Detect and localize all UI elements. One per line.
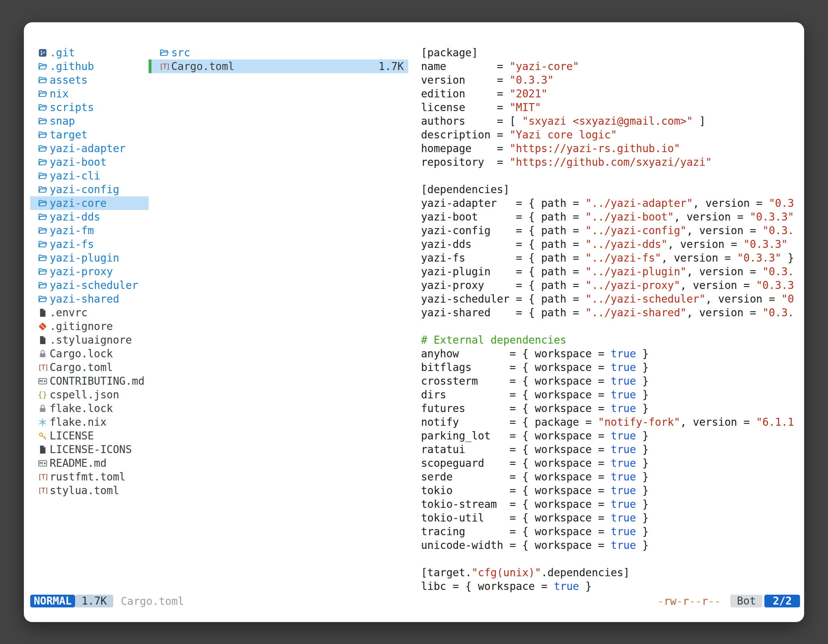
license-key-icon <box>38 431 50 441</box>
file-name: .envrc <box>50 306 88 319</box>
file-row-rustfmt.toml[interactable]: [T]rustfmt.toml <box>30 470 149 484</box>
preview-line: yazi-scheduler = { path = "../yazi-sched… <box>421 292 804 306</box>
file-row-cargo.toml[interactable]: [T]Cargo.toml1.7K <box>149 60 408 73</box>
file-row-.styluaignore[interactable]: .styluaignore <box>30 333 149 347</box>
preview-line: version = "0.3.3" <box>421 73 804 87</box>
file-name: CONTRIBUTING.md <box>50 375 144 387</box>
file-row-stylua.toml[interactable]: [T]stylua.toml <box>30 484 149 497</box>
file-name: scripts <box>50 101 94 114</box>
preview-line: edition = "2021" <box>421 87 804 100</box>
file-row-src[interactable]: src <box>149 46 408 60</box>
file-row-cargo.toml[interactable]: [T]Cargo.toml <box>30 360 149 374</box>
preview-line: crossterm = { workspace = true } <box>421 374 804 388</box>
file-name: cspell.json <box>50 389 119 401</box>
open-folder-icon <box>38 144 50 154</box>
file-name: assets <box>50 74 88 86</box>
file-row-readme.md[interactable]: README.md <box>30 456 149 470</box>
file-name: flake.lock <box>50 402 113 415</box>
open-folder-icon <box>38 171 50 181</box>
preview-line: notify = { package = "notify-fork", vers… <box>421 415 804 429</box>
preview-line: libc = { workspace = true } <box>421 580 804 593</box>
preview-line <box>421 552 804 566</box>
file-row-assets[interactable]: assets <box>30 73 149 87</box>
json-icon: {} <box>38 390 50 399</box>
file-row-snap[interactable]: snap <box>30 114 149 128</box>
status-filename: Cargo.toml <box>121 595 184 607</box>
open-folder-icon <box>38 294 50 304</box>
preview-line <box>421 169 804 183</box>
preview-line: authors = [ "sxyazi <sxyazi@gmail.com>" … <box>421 114 804 128</box>
file-row-flake.lock[interactable]: flake.lock <box>30 401 149 415</box>
file-name: yazi-adapter <box>50 142 125 155</box>
toml-icon: [T] <box>38 364 50 371</box>
preview-pane[interactable]: [package]name = "yazi-core"version = "0.… <box>421 46 804 593</box>
file-row-yazi-config[interactable]: yazi-config <box>30 183 149 196</box>
file-row-yazi-core[interactable]: yazi-core <box>30 196 149 210</box>
file-row-contributing.md[interactable]: CONTRIBUTING.md <box>30 374 149 388</box>
file-name: yazi-cli <box>50 169 100 182</box>
file-row-yazi-dds[interactable]: yazi-dds <box>30 210 149 224</box>
file-row-yazi-scheduler[interactable]: yazi-scheduler <box>30 278 149 292</box>
git-icon <box>38 322 50 331</box>
file-row-yazi-cli[interactable]: yazi-cli <box>30 169 149 183</box>
preview-line: yazi-plugin = { path = "../yazi-plugin",… <box>421 265 804 278</box>
preview-line: license = "MIT" <box>421 100 804 114</box>
mode-indicator: NORMAL <box>30 595 75 607</box>
file-row-license[interactable]: LICENSE <box>30 429 149 443</box>
file-name: yazi-proxy <box>50 265 113 278</box>
preview-line: tokio-util = { workspace = true } <box>421 511 804 525</box>
preview-line: anyhow = { workspace = true } <box>421 347 804 360</box>
file-row-target[interactable]: target <box>30 128 149 142</box>
file-name: stylua.toml <box>50 484 119 497</box>
preview-line: # External dependencies <box>421 333 804 347</box>
preview-line: yazi-adapter = { path = "../yazi-adapter… <box>421 196 804 210</box>
open-folder-icon <box>38 130 50 140</box>
file-row-.gitignore[interactable]: .gitignore <box>30 320 149 333</box>
file-name: yazi-scheduler <box>50 279 138 291</box>
file-name: nix <box>50 88 69 100</box>
open-folder-icon <box>38 75 50 85</box>
toml-icon: [T] <box>38 473 50 481</box>
file-row-yazi-shared[interactable]: yazi-shared <box>30 292 149 306</box>
file-icon <box>38 335 50 345</box>
open-folder-icon <box>38 103 50 112</box>
file-row-scripts[interactable]: scripts <box>30 100 149 114</box>
lock-icon <box>38 349 50 359</box>
file-row-flake.nix[interactable]: flake.nix <box>30 415 149 429</box>
file-name: snap <box>50 115 75 127</box>
file-row-.github[interactable]: .github <box>30 60 149 73</box>
file-row-cspell.json[interactable]: {}cspell.json <box>30 388 149 401</box>
file-row-yazi-boot[interactable]: yazi-boot <box>30 155 149 169</box>
preview-line: ratatui = { workspace = true } <box>421 443 804 456</box>
scroll-position-badge: Bot <box>730 595 763 607</box>
file-row-.git[interactable]: .git <box>30 46 149 60</box>
file-row-license-icons[interactable]: LICENSE-ICONS <box>30 443 149 456</box>
file-row-yazi-adapter[interactable]: yazi-adapter <box>30 142 149 155</box>
file-row-.envrc[interactable]: .envrc <box>30 306 149 320</box>
preview-line: yazi-config = { path = "../yazi-config",… <box>421 224 804 237</box>
open-folder-icon <box>38 62 50 71</box>
file-row-yazi-fm[interactable]: yazi-fm <box>30 224 149 237</box>
markdown-icon <box>38 459 50 468</box>
file-name: .styluaignore <box>50 334 132 346</box>
file-row-nix[interactable]: nix <box>30 87 149 100</box>
file-row-yazi-fs[interactable]: yazi-fs <box>30 237 149 251</box>
file-name: .github <box>50 60 94 72</box>
preview-line: [dependencies] <box>421 183 804 196</box>
open-folder-icon <box>38 199 50 208</box>
selection-indicator-bar <box>149 60 152 73</box>
preview-line: bitflags = { workspace = true } <box>421 360 804 374</box>
preview-line: scopeguard = { workspace = true } <box>421 456 804 470</box>
file-size: 1.7K <box>379 60 404 72</box>
open-folder-icon <box>38 158 50 167</box>
file-name: yazi-plugin <box>50 252 119 264</box>
lock-icon <box>38 404 50 413</box>
file-name: yazi-core <box>50 197 107 209</box>
file-permissions: -rw-r--r-- <box>657 595 721 607</box>
preview-line: yazi-shared = { path = "../yazi-shared",… <box>421 306 804 320</box>
file-name: flake.nix <box>50 416 107 428</box>
file-row-cargo.lock[interactable]: Cargo.lock <box>30 347 149 360</box>
git-repo-icon <box>38 48 50 58</box>
file-row-yazi-plugin[interactable]: yazi-plugin <box>30 251 149 265</box>
file-row-yazi-proxy[interactable]: yazi-proxy <box>30 265 149 278</box>
